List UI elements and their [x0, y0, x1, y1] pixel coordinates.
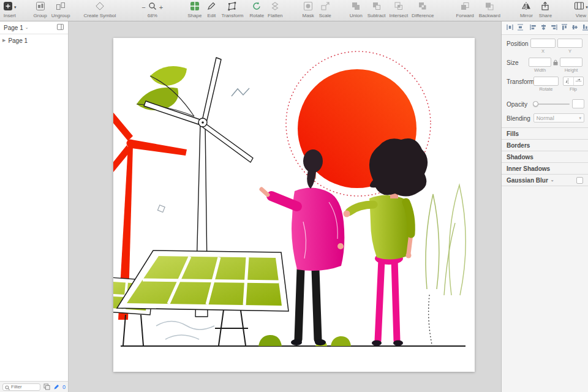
position-y-input[interactable] — [557, 39, 582, 48]
artboard[interactable] — [113, 38, 475, 372]
toolbar-scale[interactable]: Scale — [319, 2, 331, 18]
rotate-icon — [252, 1, 262, 13]
toolbar-union[interactable]: Union — [350, 2, 363, 18]
create-symbol-icon — [95, 1, 105, 13]
subtract-icon — [372, 1, 382, 13]
forward-icon — [460, 1, 470, 13]
layer-item-page-1[interactable]: ▶ Page 1 — [0, 34, 68, 47]
position-row: Position X Y — [502, 35, 588, 54]
toolbar-mirror[interactable]: Mirror — [520, 2, 533, 18]
opacity-slider-knob[interactable] — [533, 101, 538, 107]
eco-illustration — [113, 38, 475, 372]
zoom-out-button[interactable]: − — [140, 4, 146, 11]
toolbar-insert[interactable]: ▾ Insert — [3, 2, 17, 18]
page-list-toggle-icon[interactable] — [56, 22, 64, 33]
align-middle-vertical-icon[interactable] — [571, 23, 579, 32]
shape-grid-icon — [190, 1, 200, 13]
flip-horizontal-button[interactable] — [564, 77, 573, 85]
rotate-input[interactable] — [533, 77, 559, 86]
size-row: Size Width Height — [502, 54, 588, 73]
transform-icon — [227, 1, 237, 13]
toolbar-rotate[interactable]: Rotate — [250, 2, 265, 18]
toolbar-transform[interactable]: Transform — [221, 2, 243, 18]
disclosure-triangle-icon[interactable]: ▶ — [2, 38, 6, 43]
toolbar-group[interactable]: Group — [34, 2, 47, 18]
opacity-label: Opacity — [507, 99, 533, 108]
toolbar-create-symbol[interactable]: Create Symbol — [83, 2, 116, 18]
intersect-icon — [394, 1, 404, 13]
size-lock-icon[interactable] — [553, 58, 558, 66]
view-panels-icon — [574, 1, 584, 13]
gaussian-blur-checkbox[interactable] — [576, 177, 583, 184]
align-left-icon[interactable] — [529, 23, 537, 32]
toolbar: ▾ Insert Group Ungroup Create Symbol − + — [0, 0, 588, 21]
page-selector-label: Page 1 — [4, 24, 23, 31]
share-icon — [540, 1, 550, 13]
canvas[interactable] — [69, 21, 501, 392]
chevron-down-icon: ⌄ — [551, 178, 554, 183]
flip-vertical-button[interactable] — [573, 77, 584, 85]
size-width-input[interactable] — [529, 58, 551, 67]
toolbar-edit[interactable]: Edit — [206, 2, 216, 18]
page-selector[interactable]: Page 1 ⌄ — [0, 21, 68, 34]
chevron-down-icon: ⌄ — [25, 25, 29, 30]
alignment-toolbar — [502, 21, 588, 35]
blending-row: Blending Normal ▾ — [502, 110, 588, 123]
blending-select[interactable]: Normal ▾ — [533, 113, 584, 123]
draft-pencil-icon[interactable] — [53, 382, 59, 392]
mirror-icon — [521, 1, 531, 13]
slices-icon[interactable] — [43, 382, 50, 392]
toolbar-ungroup[interactable]: Ungroup — [51, 2, 70, 18]
group-icon — [36, 1, 45, 13]
draft-count: 0 — [62, 384, 66, 390]
opacity-row: Opacity — [502, 96, 588, 108]
layer-item-label: Page 1 — [8, 37, 28, 44]
align-top-icon[interactable] — [560, 23, 568, 32]
search-icon — [5, 382, 10, 392]
align-bottom-icon[interactable] — [581, 23, 588, 32]
toolbar-difference[interactable]: Difference — [412, 2, 434, 18]
size-height-input[interactable] — [560, 58, 582, 67]
sketch-app-window: ▾ Insert Group Ungroup Create Symbol − + — [0, 0, 588, 392]
filter-input[interactable] — [11, 384, 38, 390]
section-inner-shadows[interactable]: Inner Shadows — [502, 163, 588, 175]
transform-row: Transform Rotate Flip — [502, 73, 588, 92]
chevron-down-icon: ▾ — [579, 116, 581, 121]
style-sections: Fills Borders Shadows Inner Shadows Gaus… — [502, 127, 588, 186]
opacity-slider[interactable] — [533, 99, 570, 108]
align-right-icon[interactable] — [550, 23, 558, 32]
section-fills[interactable]: Fills — [502, 128, 588, 140]
position-label: Position — [507, 39, 530, 47]
toolbar-shape[interactable]: Shape — [187, 2, 202, 18]
insert-icon — [3, 1, 13, 13]
union-icon — [351, 1, 361, 13]
zoom-in-button[interactable]: + — [158, 4, 164, 11]
position-x-input[interactable] — [530, 39, 556, 48]
distribute-vertical-icon[interactable] — [516, 23, 524, 32]
opacity-value-input[interactable] — [572, 99, 584, 108]
section-borders[interactable]: Borders — [502, 140, 588, 151]
solar-panels — [113, 251, 288, 345]
toolbar-view[interactable]: ▾ View — [574, 2, 588, 18]
zoom-level: 68% — [148, 13, 157, 18]
layers-footer: 0 — [0, 381, 68, 392]
magnifier-icon — [148, 2, 157, 13]
section-shadows[interactable]: Shadows — [502, 151, 588, 163]
filter-field[interactable] — [2, 383, 40, 391]
toolbar-mask[interactable]: Mask — [303, 2, 314, 18]
align-center-horizontal-icon[interactable] — [540, 23, 548, 32]
toolbar-intersect[interactable]: Intersect — [389, 2, 408, 18]
toolbar-share[interactable]: Share — [539, 2, 552, 18]
toolbar-subtract[interactable]: Subtract — [368, 2, 386, 18]
difference-icon — [418, 1, 428, 13]
flatten-icon — [270, 1, 280, 13]
size-label: Size — [507, 58, 529, 66]
toolbar-flatten[interactable]: Flatten — [268, 2, 282, 18]
mask-icon — [303, 1, 313, 13]
toolbar-forward[interactable]: Forward — [456, 2, 473, 18]
toolbar-backward[interactable]: Backward — [479, 2, 500, 18]
edit-pencil-icon — [206, 1, 216, 13]
distribute-horizontal-icon[interactable] — [506, 23, 514, 32]
section-gaussian-blur[interactable]: Gaussian Blur ⌄ — [502, 175, 588, 186]
transform-label: Transform — [507, 77, 533, 85]
